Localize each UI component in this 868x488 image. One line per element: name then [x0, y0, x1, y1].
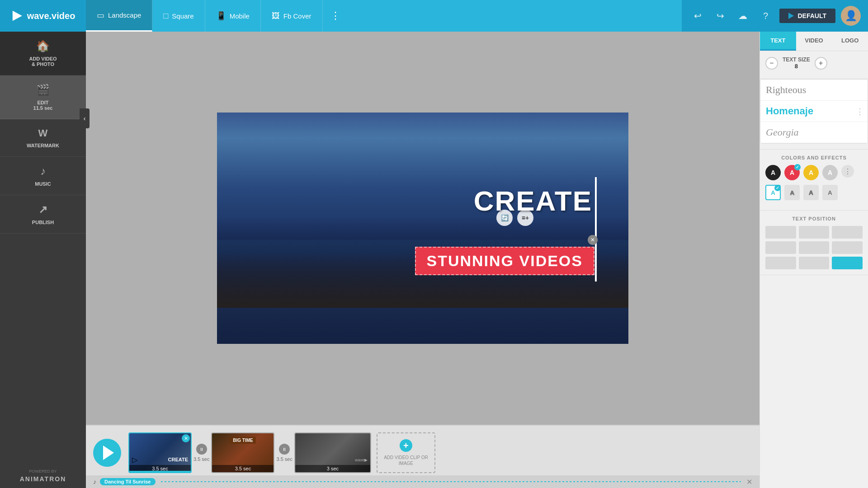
clip-1-duration-label: 3.5 sec [193, 456, 209, 462]
add-clip-label: ADD VIDEO CLIP OR IMAGE [377, 455, 434, 466]
clip-1-indicator [129, 471, 191, 472]
add-clip-plus-icon: + [400, 439, 412, 452]
music-icon: ♪ [40, 165, 46, 178]
tab-square[interactable]: □ Square [152, 0, 205, 32]
canvas-text-stunning[interactable]: STUNNING VIDEOS [415, 247, 594, 275]
effect-swatch-outline-blue[interactable]: A ✓ [765, 185, 781, 200]
effect-swatch-bold[interactable]: A [822, 185, 838, 200]
color-swatch-black[interactable]: A [765, 165, 781, 180]
clip-1-close-button[interactable]: ✕ [182, 434, 190, 442]
effects-grid: A ✓ A A A [765, 185, 863, 200]
user-avatar[interactable]: 👤 [841, 6, 861, 26]
panel-tabs: TEXT VIDEO LOGO [760, 32, 868, 51]
color-letter-yellow: A [809, 169, 813, 176]
color-letter-black: A [771, 169, 775, 176]
format-tabs: ▭ Landscape □ Square 📱 Mobile 🖼 Fb Cover… [86, 0, 682, 32]
logo-area: wave.video [0, 0, 86, 32]
colors-more-button[interactable]: ⋮ [841, 165, 854, 178]
tab-landscape[interactable]: ▭ Landscape [86, 0, 152, 32]
cloud-save-button[interactable]: ☁ [734, 7, 751, 24]
color-swatch-red[interactable]: A ✓ [784, 165, 800, 180]
redo-button[interactable]: ↪ [712, 7, 729, 24]
position-tr[interactable] [832, 226, 863, 239]
sidebar-item-watermark[interactable]: W WATERMARK [0, 119, 86, 157]
position-mc[interactable] [799, 241, 830, 254]
position-grid [765, 226, 863, 269]
panel-tab-text[interactable]: TEXT [760, 32, 796, 51]
sidebar-publish-label: PUBLISH [32, 220, 54, 225]
position-bc[interactable] [799, 257, 830, 269]
effect-swatch-outline[interactable]: A [803, 185, 819, 200]
sidebar-item-music[interactable]: ♪ MUSIC [0, 157, 86, 195]
timeline-play-button[interactable] [93, 439, 121, 467]
text-position-label: TEXT POSITION [765, 216, 863, 221]
watermark-icon: W [38, 127, 48, 139]
colors-effects-section: COLORS AND EFFECTS A A ✓ A A ⋮ [760, 150, 868, 211]
landscape-icon: ▭ [97, 10, 104, 20]
effect-swatch-shadow[interactable]: A [784, 185, 800, 200]
font-item-righteous[interactable]: Righteous [760, 80, 868, 101]
sidebar-collapse-button[interactable]: ‹ [80, 108, 90, 128]
fbcover-icon: 🖼 [272, 11, 280, 21]
canvas-text-create[interactable]: CREATE [474, 184, 592, 216]
font-georgia-label: Georgia [766, 127, 799, 138]
position-tl[interactable] [765, 226, 796, 239]
panel-tab-video[interactable]: VIDEO [796, 32, 832, 51]
font-righteous-label: Righteous [766, 84, 806, 96]
sidebar-item-publish[interactable]: ↗ PUBLISH [0, 195, 86, 234]
colors-grid: A A ✓ A A ⋮ [765, 165, 863, 180]
publish-icon: ↗ [38, 203, 47, 216]
clip-3-duration: 3 sec [295, 465, 370, 472]
sidebar: 🏠 ADD VIDEO& PHOTO 🎬 EDIT11.5 sec W WATE… [0, 32, 86, 488]
timeline-clip-2[interactable]: BIG TIME 3.5 sec [211, 432, 274, 473]
clip-2-duration: 3.5 sec [212, 465, 274, 472]
color-swatch-yellow[interactable]: A [803, 165, 819, 180]
top-bar: wave.video ▭ Landscape □ Square 📱 Mobile… [0, 0, 868, 32]
font-list-section: Righteous Homenaje Georgia ⋮ [760, 79, 868, 150]
music-remove-button[interactable]: ✕ [746, 478, 752, 486]
clip-2-duration-label: 3.5 sec [276, 456, 292, 462]
sidebar-item-edit[interactable]: 🎬 EDIT11.5 sec [0, 75, 86, 119]
font-item-georgia[interactable]: Georgia [760, 122, 868, 143]
undo-button[interactable]: ↩ [689, 7, 706, 24]
top-right-controls: ↩ ↪ ☁ ? DEFAULT 👤 [682, 6, 868, 26]
font-list-scroll-button[interactable]: ⋮ [856, 107, 864, 117]
tab-fbcover[interactable]: 🖼 Fb Cover [261, 0, 323, 32]
clip-2-pause-button[interactable]: ⏸ [279, 444, 290, 455]
position-br[interactable] [832, 257, 863, 269]
play-triangle-icon [103, 446, 114, 460]
color-swatch-light[interactable]: A [822, 165, 838, 180]
timeline-clip-1[interactable]: CREATE 3.5 sec ✕ ▷ [128, 432, 192, 473]
logo-play-icon [11, 9, 24, 22]
sidebar-item-add-video[interactable]: 🏠 ADD VIDEO& PHOTO [0, 32, 86, 75]
clip-2-info: ⏸ 3.5 sec [276, 444, 292, 462]
edit-icon: 🎬 [36, 84, 50, 96]
timeline-clip-3[interactable]: wave▶ 3 sec [294, 432, 371, 473]
size-decrease-button[interactable]: − [765, 57, 778, 70]
position-mr[interactable] [832, 241, 863, 254]
help-button[interactable]: ? [757, 7, 774, 24]
color-letter-light: A [828, 169, 832, 176]
music-dots-indicator [161, 481, 741, 482]
music-bar: ♪ Dancing Til Sunrise ✕ [86, 475, 760, 488]
center-area: 🔄 ≡+ CREATE ✕ STUNNING VIDEOS CREATE [86, 32, 760, 488]
tab-mobile[interactable]: 📱 Mobile [205, 0, 261, 32]
position-bl[interactable] [765, 257, 796, 269]
size-increase-button[interactable]: + [815, 57, 827, 70]
add-clip-button[interactable]: + ADD VIDEO CLIP OR IMAGE [377, 432, 435, 473]
font-item-homenaje[interactable]: Homenaje [760, 101, 868, 122]
more-formats-button[interactable]: ⋮ [326, 7, 344, 25]
clip-1-pause-button[interactable]: ⏸ [196, 444, 207, 455]
position-ml[interactable] [765, 241, 796, 254]
default-button[interactable]: DEFAULT [779, 9, 835, 23]
default-play-icon [788, 13, 794, 19]
music-track-label: Dancing Til Sunrise [100, 478, 156, 485]
powered-by-label: POWERED BY [5, 469, 80, 474]
text-size-row: − TEXT SIZE 8 + [765, 56, 863, 70]
canvas-area: 🔄 ≡+ CREATE ✕ STUNNING VIDEOS [86, 32, 760, 425]
position-tc[interactable] [799, 226, 830, 239]
sidebar-edit-label: EDIT11.5 sec [33, 100, 53, 111]
sidebar-music-label: MUSIC [35, 181, 51, 187]
effect-letter-2: A [790, 189, 794, 196]
panel-tab-logo[interactable]: LOGO [832, 32, 868, 51]
